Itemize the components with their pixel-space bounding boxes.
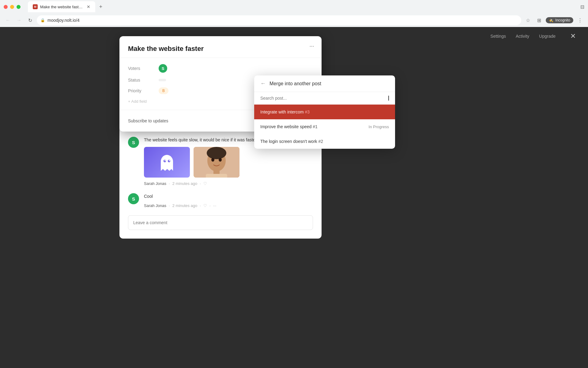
browser-minimize-dot[interactable] xyxy=(10,5,14,9)
person-image xyxy=(194,147,239,178)
svg-point-5 xyxy=(164,160,166,161)
comment-more-button[interactable]: ··· xyxy=(213,203,217,208)
browser-back-button[interactable]: ← xyxy=(4,16,12,25)
merge-search-wrap xyxy=(254,92,395,105)
comment-separator: · xyxy=(200,203,201,208)
browser-tabs: M Make the website faster · Moo ✕ + xyxy=(28,1,578,12)
priority-label: Priority xyxy=(128,88,159,93)
add-field-button[interactable]: + Add field xyxy=(128,99,147,104)
comment-input-wrap xyxy=(128,215,313,230)
comment-image-ghost xyxy=(144,147,190,178)
browser-titlebar: M Make the website faster · Moo ✕ + ⊟ xyxy=(0,0,588,13)
incognito-badge: 🕵 Incognito xyxy=(546,17,573,23)
merge-list-item[interactable]: Improve the website speed #1 In Progress xyxy=(254,119,395,134)
browser-maximize-dot[interactable] xyxy=(17,5,21,9)
voters-row: Voters S xyxy=(128,64,313,73)
page-content: Settings Activity Upgrade ✕ ··· Make the… xyxy=(0,27,588,368)
svg-point-10 xyxy=(211,158,214,162)
ghost-svg xyxy=(158,153,176,171)
merge-item-title: The login screen doesn't work #2 xyxy=(260,139,323,144)
comment-item: S Cool Sarah Jonas · 2 minutes ago · ♡ ·… xyxy=(128,193,313,208)
browser-toolbar: ← → ↻ 🔒 moodjoy.nolt.io/4 ☆ ⊞ 🕵 Incognit… xyxy=(0,13,588,27)
close-button[interactable]: ✕ xyxy=(570,32,576,40)
person-svg xyxy=(194,147,239,178)
voter-avatar: S xyxy=(159,64,167,73)
merge-item-number: #1 xyxy=(313,124,318,129)
extension-icon[interactable]: ⊞ xyxy=(535,16,543,25)
voters-label: Voters xyxy=(128,66,159,71)
merge-item-number: #3 xyxy=(305,109,310,114)
merge-item-number: #2 xyxy=(318,139,323,144)
comment-like-button[interactable]: ♡ xyxy=(203,203,207,208)
merge-header: ← Merge into another post xyxy=(254,75,395,92)
browser-chrome: M Make the website faster · Moo ✕ + ⊟ ← … xyxy=(0,0,588,27)
status-value[interactable] xyxy=(159,79,166,81)
merge-back-button[interactable]: ← xyxy=(260,80,266,87)
browser-close-dot[interactable] xyxy=(4,5,8,9)
merge-list-item[interactable]: Integrate with intercom #3 xyxy=(254,105,395,119)
comment-time: 2 minutes ago xyxy=(172,203,198,208)
settings-link[interactable]: Settings xyxy=(490,34,506,39)
browser-toolbar-right: ☆ ⊞ 🕵 Incognito ⋮ xyxy=(524,16,584,25)
svg-rect-1 xyxy=(161,162,173,168)
post-menu-button[interactable]: ··· xyxy=(307,41,317,51)
comment-separator: · xyxy=(169,181,170,186)
ssl-lock-icon: 🔒 xyxy=(40,18,45,22)
activity-link[interactable]: Activity xyxy=(516,34,529,39)
post-title: Make the website faster xyxy=(128,45,301,53)
comment-author: Sarah Jonas xyxy=(144,181,166,186)
tab-close-button[interactable]: ✕ xyxy=(87,4,90,9)
tab-title: Make the website faster · Moo xyxy=(40,5,84,9)
bookmark-icon[interactable]: ☆ xyxy=(524,16,532,25)
post-panel-header: ··· Make the website faster xyxy=(119,36,322,58)
comment-avatar: S xyxy=(128,137,139,148)
comment-text: The website feels quite slow, it would b… xyxy=(144,137,257,143)
comment-like-button[interactable]: ♡ xyxy=(203,181,207,186)
merge-item-title: Integrate with intercom #3 xyxy=(260,109,310,114)
tab-favicon: M xyxy=(33,4,38,9)
browser-refresh-button[interactable]: ↻ xyxy=(26,16,34,25)
comment-input[interactable] xyxy=(133,220,308,225)
comment-separator: · xyxy=(169,203,170,208)
svg-rect-13 xyxy=(206,174,227,178)
merge-list-item[interactable]: The login screen doesn't work #2 xyxy=(254,134,395,149)
new-tab-button[interactable]: + xyxy=(96,2,105,11)
browser-minimize-icon[interactable]: ⊟ xyxy=(580,4,584,10)
svg-point-9 xyxy=(207,147,226,159)
merge-dropdown: ← Merge into another post Integrate with… xyxy=(254,75,395,149)
comment-separator: · xyxy=(209,203,211,208)
svg-marker-2 xyxy=(161,168,173,171)
text-cursor xyxy=(388,96,389,101)
comment-image-person xyxy=(194,147,239,178)
comment-body: Cool Sarah Jonas · 2 minutes ago · ♡ · ·… xyxy=(144,193,216,208)
svg-point-11 xyxy=(219,158,222,162)
browser-window-controls xyxy=(4,5,21,9)
comment-time: 2 minutes ago xyxy=(172,181,198,186)
browser-forward-button[interactable]: → xyxy=(15,16,23,25)
priority-value[interactable]: B xyxy=(159,87,168,94)
browser-active-tab[interactable]: M Make the website faster · Moo ✕ xyxy=(28,1,95,12)
comment-images xyxy=(144,147,257,178)
browser-url: moodjoy.nolt.io/4 xyxy=(47,18,80,23)
merge-item-title: Improve the website speed #1 xyxy=(260,124,318,129)
merge-item-status: In Progress xyxy=(369,125,389,129)
comment-meta: Sarah Jonas · 2 minutes ago · ♡ · ··· xyxy=(144,203,216,208)
comment-meta: Sarah Jonas · 2 minutes ago · ♡ xyxy=(144,181,257,186)
comment-body: The website feels quite slow, it would b… xyxy=(144,137,257,186)
subscribe-link[interactable]: Subscribe to updates xyxy=(128,118,168,123)
comment-author: Sarah Jonas xyxy=(144,203,166,208)
comment-avatar: S xyxy=(128,193,139,204)
merge-search-input[interactable] xyxy=(260,96,385,101)
merge-list: Integrate with intercom #3 Improve the w… xyxy=(254,105,395,149)
svg-point-6 xyxy=(169,160,170,161)
browser-address-bar[interactable]: 🔒 moodjoy.nolt.io/4 xyxy=(37,15,521,25)
ghost-image xyxy=(144,147,190,178)
merge-title: Merge into another post xyxy=(270,81,321,86)
upgrade-link[interactable]: Upgrade xyxy=(539,34,556,39)
browser-menu-button[interactable]: ⋮ xyxy=(576,16,584,25)
comment-separator: · xyxy=(200,181,201,186)
incognito-icon: 🕵 xyxy=(549,18,553,22)
incognito-label: Incognito xyxy=(555,18,570,22)
comment-text: Cool xyxy=(144,193,216,200)
status-label: Status xyxy=(128,78,159,82)
